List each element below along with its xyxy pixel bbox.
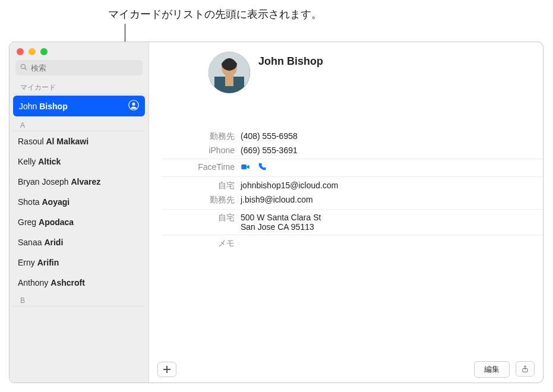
field-label: FaceTime: [161, 162, 241, 173]
section-header-b: B: [13, 293, 145, 306]
field-label: iPhone: [161, 146, 241, 155]
search-field[interactable]: [15, 60, 143, 75]
field-label: 自宅: [161, 181, 241, 191]
search-icon: [20, 62, 31, 73]
list-item[interactable]: Shota Aoyagi: [10, 192, 148, 212]
contact-detail: John Bishop 勤務先 (408) 555-6958 iPhone (6…: [149, 42, 543, 382]
list-item[interactable]: Rasoul Al Malkawi: [10, 131, 148, 151]
me-card-icon: [128, 100, 139, 112]
facetime-actions: [241, 162, 543, 173]
phone-iphone-row: iPhone (669) 555-3691: [161, 144, 543, 157]
sidebar: マイカード John Bishop A Rasoul Al Malkawi Ke…: [10, 42, 149, 382]
phone-work-row: 勤務先 (408) 555-6958: [161, 129, 543, 144]
field-value[interactable]: (669) 555-3691: [241, 146, 543, 155]
contacts-window: マイカード John Bishop A Rasoul Al Malkawi Ke…: [9, 42, 543, 383]
plus-icon: [163, 366, 170, 373]
field-label: メモ: [161, 238, 241, 249]
email-home-row: 自宅 johnbishop15@icloud.com: [161, 179, 543, 193]
facetime-audio-icon[interactable]: [257, 162, 267, 173]
section-header-a: A: [13, 118, 145, 131]
my-card-row[interactable]: John Bishop: [13, 96, 145, 116]
minimize-window-button[interactable]: [29, 48, 36, 55]
email-work-row: 勤務先 j.bish9@icloud.com: [161, 193, 543, 207]
note-row: メモ: [161, 235, 543, 252]
field-value[interactable]: johnbishop15@icloud.com: [241, 181, 543, 191]
field-value[interactable]: j.bish9@icloud.com: [241, 195, 543, 206]
contact-first: John: [19, 102, 37, 111]
add-button[interactable]: [157, 362, 176, 377]
address-row: 自宅 500 W Santa Clara St San Jose CA 9511…: [161, 210, 543, 235]
list-item[interactable]: Anthony Ashcroft: [10, 273, 148, 293]
search-input[interactable]: [31, 64, 138, 72]
annotation-callout: マイカードがリストの先頭に表示されます。: [108, 7, 322, 21]
contact-last: Bishop: [39, 102, 67, 111]
share-icon: [521, 365, 529, 373]
note-value[interactable]: [241, 238, 543, 249]
detail-header: John Bishop: [149, 42, 543, 98]
window-controls: [10, 42, 148, 60]
field-value[interactable]: (408) 555-6958: [241, 131, 543, 142]
edit-button[interactable]: 編集: [474, 361, 510, 378]
field-label: 勤務先: [161, 131, 241, 142]
my-card-section-label: マイカード: [13, 79, 145, 94]
facetime-row: FaceTime: [161, 159, 543, 177]
contact-list: A Rasoul Al Malkawi Kelly Altick Bryan J…: [10, 118, 148, 382]
list-item[interactable]: Kelly Altick: [10, 151, 148, 172]
list-item[interactable]: Sanaa Aridi: [10, 232, 148, 252]
field-value[interactable]: 500 W Santa Clara St San Jose CA 95113: [241, 213, 543, 232]
field-label: 自宅: [161, 213, 241, 232]
list-item[interactable]: Greg Apodaca: [10, 212, 148, 232]
close-window-button[interactable]: [17, 48, 24, 55]
list-item[interactable]: Erny Arifin: [10, 252, 148, 273]
zoom-window-button[interactable]: [40, 48, 48, 55]
avatar[interactable]: [208, 52, 250, 93]
svg-rect-6: [225, 75, 233, 86]
contact-name: John Bishop: [258, 52, 323, 68]
facetime-video-icon[interactable]: [241, 162, 250, 173]
list-item[interactable]: Bryan Joseph Alvarez: [10, 172, 148, 192]
field-label: 勤務先: [161, 195, 241, 206]
share-button[interactable]: [516, 361, 535, 377]
svg-rect-7: [241, 165, 247, 169]
fields: 勤務先 (408) 555-6958 iPhone (669) 555-3691…: [149, 128, 543, 252]
svg-point-1: [132, 103, 135, 106]
bottom-toolbar: 編集: [149, 355, 543, 382]
svg-rect-9: [163, 369, 170, 370]
